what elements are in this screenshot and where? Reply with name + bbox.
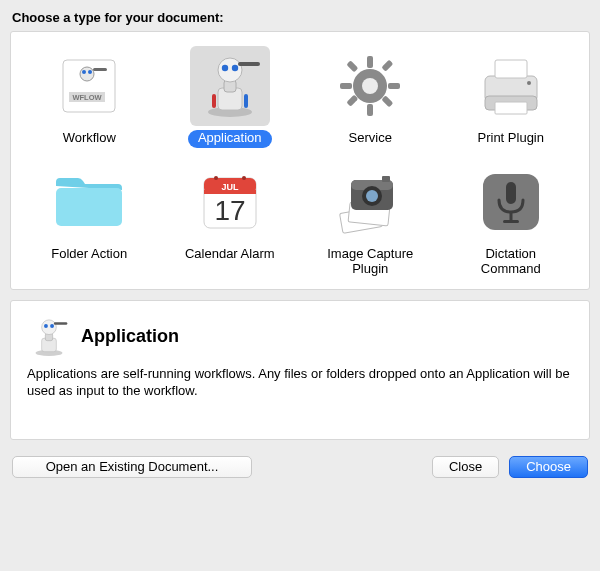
description-title: Application [81,326,179,347]
svg-rect-45 [382,176,390,182]
gear-icon [336,52,404,120]
description-panel: Application Applications are self-runnin… [10,300,590,440]
type-label: Print Plugin [468,130,554,148]
svg-point-10 [218,58,242,82]
svg-point-37 [214,176,218,180]
svg-text:WFLOW: WFLOW [73,93,103,102]
svg-point-4 [82,70,86,74]
svg-rect-21 [347,60,359,72]
type-label: Workflow [53,130,126,148]
type-label: Application [188,130,272,148]
svg-rect-20 [388,83,400,89]
svg-rect-28 [495,60,527,78]
folder-icon [52,172,126,232]
type-grid-panel: WFLOW Workflow [10,31,590,290]
description-body: Applications are self-running workflows.… [27,365,573,400]
type-dictation-command[interactable]: Dictation Command [441,162,582,279]
svg-text:JUL: JUL [221,182,239,192]
svg-rect-6 [93,68,107,71]
svg-point-54 [44,324,48,328]
svg-point-44 [366,190,378,202]
svg-rect-23 [382,60,394,72]
type-label: Folder Action [41,246,137,264]
svg-point-55 [50,324,54,328]
type-folder-action[interactable]: Folder Action [19,162,160,279]
svg-point-38 [242,176,246,180]
open-existing-button[interactable]: Open an Existing Document... [12,456,252,478]
svg-point-3 [80,67,94,81]
dialog-prompt: Choose a type for your document: [0,0,600,31]
svg-point-30 [527,81,531,85]
svg-point-5 [88,70,92,74]
svg-point-53 [42,320,57,335]
svg-rect-18 [367,104,373,116]
svg-point-11 [222,65,228,71]
application-icon [194,50,266,122]
microphone-icon [479,170,543,234]
svg-rect-29 [495,102,527,114]
svg-rect-17 [367,56,373,68]
choose-button[interactable]: Choose [509,456,588,478]
application-icon [27,315,71,359]
type-print-plugin[interactable]: Print Plugin [441,46,582,148]
svg-point-25 [362,78,378,94]
workflow-icon: WFLOW [57,54,121,118]
type-application[interactable]: Application [160,46,301,148]
svg-point-12 [232,65,238,71]
printer-icon [477,52,545,120]
dialog-footer: Open an Existing Document... Close Choos… [0,450,600,478]
type-grid: WFLOW Workflow [11,32,589,289]
type-label: Calendar Alarm [175,246,285,264]
svg-rect-19 [340,83,352,89]
svg-rect-47 [506,182,516,204]
type-service[interactable]: Service [300,46,441,148]
type-image-capture-plugin[interactable]: Image Capture Plugin [300,162,441,279]
type-workflow[interactable]: WFLOW Workflow [19,46,160,148]
svg-rect-56 [54,322,67,324]
type-calendar-alarm[interactable]: JUL 17 Calendar Alarm [160,162,301,279]
type-label: Dictation Command [446,246,576,279]
svg-rect-49 [503,220,519,223]
type-label: Service [339,130,402,148]
calendar-icon: JUL 17 [198,170,262,234]
type-label: Image Capture Plugin [305,246,435,279]
svg-rect-14 [212,94,216,108]
camera-icon [335,170,405,234]
svg-rect-13 [238,62,260,66]
close-button[interactable]: Close [432,456,499,478]
svg-rect-22 [382,95,394,107]
svg-rect-24 [347,95,359,107]
svg-rect-15 [244,94,248,108]
svg-rect-48 [509,212,512,220]
svg-rect-31 [56,188,122,226]
svg-text:17: 17 [214,195,245,226]
